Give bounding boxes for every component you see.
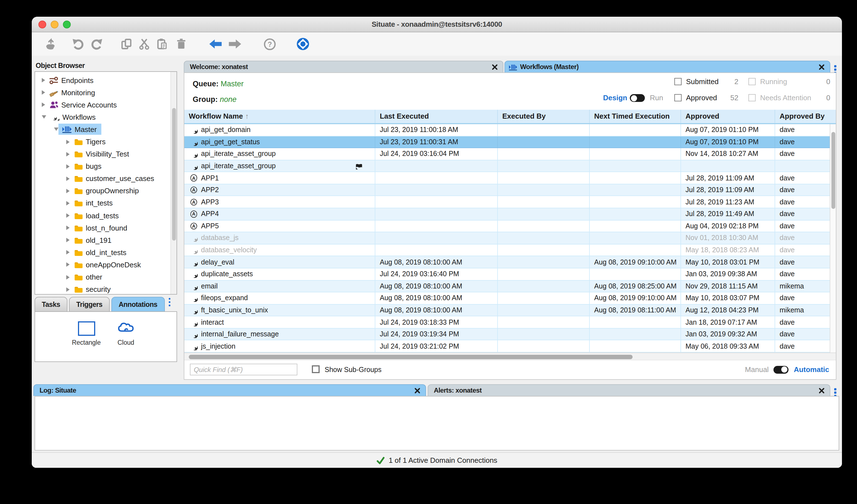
tree-item-tigers[interactable]: Tigers (35, 136, 177, 148)
tree-item-endpoints[interactable]: Endpoints (35, 74, 177, 86)
collapse-triangle-icon[interactable] (66, 201, 70, 205)
collapse-triangle-icon[interactable] (66, 287, 70, 291)
column-next-timed-execution[interactable]: Next Timed Execution (590, 110, 681, 123)
show-subgroups-checkbox[interactable] (312, 365, 320, 373)
collapse-triangle-icon[interactable] (66, 275, 70, 279)
workflow-row-duplicate_assets[interactable]: duplicate_assetsJul 24, 2019 03:16:40 PM… (184, 268, 830, 281)
column-approved[interactable]: Approved (681, 110, 775, 123)
close-icon[interactable] (492, 64, 498, 70)
back-icon[interactable] (209, 37, 222, 51)
workflow-row-api_iterate_asset_group[interactable]: api_iterate_asset_groupJul 24, 2019 03:1… (184, 148, 830, 160)
collapse-triangle-icon[interactable] (42, 90, 45, 95)
tree-item-oneapponedesk[interactable]: oneAppOneDesk (35, 259, 177, 271)
workflow-row-APP2[interactable]: AAPP2Jul 28, 2019 11:09 AMdave (184, 184, 830, 196)
tree-item-visibility-test[interactable]: Visibility_Test (35, 148, 177, 160)
side-tab-triggers[interactable]: Triggers (69, 297, 110, 312)
workflow-row-email[interactable]: emailAug 08, 2019 08:10:00 AMAug 08, 201… (184, 281, 830, 292)
collapse-triangle-icon[interactable] (42, 78, 45, 82)
collapse-triangle-icon[interactable] (66, 238, 70, 242)
tab-log[interactable]: Log: Situate (33, 384, 426, 396)
workflow-row-APP4[interactable]: AAPP4Jul 28, 2019 11:49 AMdave (184, 208, 830, 220)
close-icon[interactable] (819, 64, 825, 70)
cut-icon[interactable] (137, 37, 151, 51)
collapse-triangle-icon[interactable] (66, 177, 70, 181)
table-vertical-scrollbar-thumb[interactable] (831, 132, 835, 209)
tab-alerts[interactable]: Alerts: xonatest (428, 384, 830, 396)
workflow-row-database_velocity[interactable]: database_velocityMay 18, 2018 08:23 AMda… (184, 245, 830, 256)
collapse-triangle-icon[interactable] (66, 225, 70, 230)
forward-icon[interactable] (228, 37, 242, 51)
workflow-row-fileops_expand[interactable]: fileops_expandAug 08, 2019 08:10:00 AMAu… (184, 292, 830, 304)
workflow-row-APP5[interactable]: AAPP5Aug 04, 2019 02:18 PMdave (184, 220, 830, 232)
tree-item-load-tests[interactable]: load_tests (35, 209, 177, 222)
tree-item-bugs[interactable]: bugs (35, 160, 177, 172)
expand-triangle-icon[interactable] (42, 116, 46, 119)
commit-icon[interactable] (44, 37, 57, 51)
workflow-row-api_get_get_status[interactable]: api_get_get_statusJul 23, 2019 11:00:31 … (184, 136, 830, 148)
collapse-triangle-icon[interactable] (66, 250, 70, 255)
table-horizontal-scrollbar-thumb[interactable] (189, 354, 633, 359)
design-run-toggle[interactable] (630, 94, 645, 102)
copy-icon[interactable] (120, 37, 133, 51)
delete-icon[interactable] (174, 37, 188, 51)
workflow-row-database_js[interactable]: database_jsNov 01, 2018 10:30 AMdave (184, 232, 830, 244)
workflow-row-APP1[interactable]: AAPP1Jul 28, 2019 11:09 AMdave (184, 172, 830, 184)
workflow-row-interact[interactable]: interactJul 24, 2019 03:18:33 PMJan 18, … (184, 317, 830, 329)
side-tabs-menu-icon[interactable] (166, 296, 173, 308)
column-approved-by[interactable]: Approved By (775, 110, 836, 123)
tree-item-master[interactable]: Master (35, 123, 177, 136)
tree-item-customer-use-cases[interactable]: customer_use_cases (35, 173, 177, 185)
workflow-row-internal_failure_message[interactable]: internal_failure_messageJul 24, 2019 03:… (184, 329, 830, 340)
undo-icon[interactable] (72, 37, 85, 51)
tree-item-monitoring[interactable]: Monitoring (35, 86, 177, 99)
collapse-triangle-icon[interactable] (66, 139, 70, 144)
support-icon[interactable] (296, 37, 309, 51)
tree-item-groupownership[interactable]: groupOwnership (35, 185, 177, 197)
tree-item-old-191[interactable]: old_191 (35, 234, 177, 246)
column-workflow-name[interactable]: Workflow Name↑ (184, 110, 375, 123)
workflow-row-ft_basic_unix_to_unix[interactable]: ft_basic_unix_to_unixAug 08, 2019 08:10:… (184, 304, 830, 316)
tree-scrollbar[interactable] (170, 72, 177, 294)
tree-item-old-int-tests[interactable]: old_int_tests (35, 247, 177, 259)
tab-welcome[interactable]: Welcome: xonatest (184, 61, 503, 72)
collapse-triangle-icon[interactable] (66, 164, 70, 168)
side-tab-annotations[interactable]: Annotations (111, 297, 165, 312)
workflow-row-delay_eval[interactable]: delay_evalAug 08, 2019 08:10:00 AMAug 08… (184, 256, 830, 268)
tab-workflows[interactable]: Workflows (Master) (505, 61, 830, 72)
approved-checkbox[interactable] (674, 94, 682, 101)
redo-icon[interactable] (90, 37, 103, 51)
workflow-row-APP3[interactable]: AAPP3Jul 28, 2019 11:23 AMdave (184, 196, 830, 208)
tree-item-security[interactable]: security (35, 283, 177, 295)
close-icon[interactable] (414, 387, 420, 393)
side-tab-tasks[interactable]: Tasks (35, 297, 67, 312)
needs-attention-checkbox[interactable] (749, 94, 756, 101)
table-horizontal-scrollbar[interactable] (184, 353, 836, 360)
tree-item-workflows[interactable]: Workflows (35, 111, 177, 123)
close-icon[interactable] (819, 387, 825, 393)
collapse-triangle-icon[interactable] (66, 263, 70, 267)
annotation-rectangle[interactable]: Rectangle (67, 319, 106, 346)
tree-item-service-accounts[interactable]: Service Accounts (35, 99, 177, 111)
tree-item-int-tests[interactable]: int_tests (35, 197, 177, 209)
tree-item-lost-n-found[interactable]: lost_n_found (35, 222, 177, 234)
collapse-triangle-icon[interactable] (66, 189, 70, 193)
workflow-row-js_injection[interactable]: js_injectionJul 24, 2019 03:21:02 PMMay … (184, 340, 830, 353)
collapse-triangle-icon[interactable] (66, 152, 70, 156)
help-icon[interactable]: ? (263, 37, 276, 51)
table-vertical-scrollbar[interactable] (830, 124, 836, 353)
tree-scrollbar-thumb[interactable] (172, 108, 176, 240)
submitted-checkbox[interactable] (674, 78, 682, 85)
workflow-row-api_get_domain[interactable]: api_get_domainJul 23, 2019 11:00:18 AMAu… (184, 124, 830, 136)
expand-triangle-icon[interactable] (54, 128, 58, 131)
quick-find-input[interactable] (190, 364, 297, 375)
column-executed-by[interactable]: Executed By (498, 110, 590, 123)
running-checkbox[interactable] (749, 78, 756, 85)
workflow-row-api_iterate_asset_group[interactable]: api_iterate_asset_group (184, 160, 830, 172)
paste-icon[interactable] (155, 37, 169, 51)
tree-item-other[interactable]: other (35, 271, 177, 283)
collapse-triangle-icon[interactable] (66, 213, 70, 218)
annotation-cloud[interactable]: Cloud (106, 319, 145, 346)
manual-automatic-toggle[interactable] (774, 366, 789, 373)
collapse-triangle-icon[interactable] (42, 102, 45, 107)
column-last-executed[interactable]: Last Executed (375, 110, 498, 123)
